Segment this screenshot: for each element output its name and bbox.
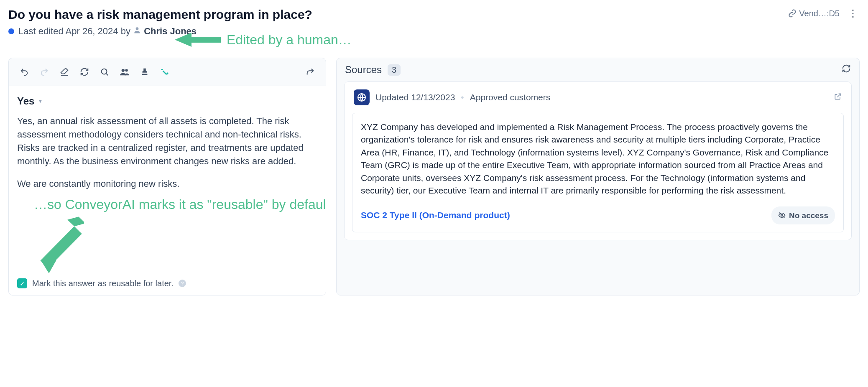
source-text: XYZ Company has developed and implemente…: [361, 121, 835, 197]
last-edited-row: Last edited Apr 26, 2024 by Chris Jones: [8, 26, 312, 37]
undo-button[interactable]: [15, 62, 34, 81]
reusable-label: Mark this answer as reusable for later.: [32, 279, 174, 288]
no-access-badge[interactable]: No access: [771, 206, 835, 225]
answer-value: Yes: [17, 95, 34, 107]
assign-button[interactable]: [115, 62, 134, 81]
by-text: by: [118, 26, 133, 36]
annotation-arrow-down-icon: [34, 215, 84, 273]
status-dot: [8, 28, 14, 34]
svg-marker-7: [40, 215, 84, 272]
more-menu-button[interactable]: ⋮: [846, 8, 860, 19]
last-edited-prefix: Last edited: [18, 26, 66, 36]
source-audience: Approved customers: [470, 92, 551, 102]
answer-p1: Yes, an annual risk assessment of all as…: [17, 115, 317, 168]
svg-point-4: [125, 69, 128, 71]
svg-marker-8: [41, 260, 56, 273]
magic-button[interactable]: [155, 62, 174, 81]
svg-point-0: [136, 27, 139, 30]
reusable-checkbox[interactable]: ✓: [17, 278, 27, 288]
share-button[interactable]: [301, 62, 320, 81]
answer-editor-panel: Yes ▼ Yes, an annual risk assessment of …: [8, 58, 326, 295]
page-title: Do you have a risk management program in…: [8, 8, 312, 22]
help-icon[interactable]: ?: [179, 280, 186, 287]
eye-off-icon: [778, 211, 786, 219]
redo-button: [35, 62, 54, 81]
last-edited-date: Apr 26, 2024: [66, 26, 118, 36]
no-access-label: No access: [789, 210, 828, 222]
svg-point-2: [102, 69, 107, 74]
dot-separator: •: [461, 92, 464, 102]
answer-body[interactable]: Yes, an annual risk assessment of all as…: [17, 115, 317, 199]
open-external-button[interactable]: [834, 92, 842, 103]
editor-toolbar: [9, 58, 326, 86]
sources-refresh-button[interactable]: [842, 64, 851, 76]
answer-dropdown[interactable]: Yes ▼: [17, 95, 317, 107]
source-link[interactable]: SOC 2 Type II (On-Demand product): [361, 209, 510, 222]
erase-button[interactable]: [55, 62, 74, 81]
answer-p2: We are constantly monitoring new risks.: [17, 177, 317, 191]
editor-name: Chris Jones: [144, 26, 197, 36]
source-logo-icon: [354, 89, 370, 105]
svg-point-3: [122, 69, 125, 72]
sources-count: 3: [388, 64, 401, 76]
source-card: Updated 12/13/2023 • Approved customers …: [344, 81, 852, 240]
refresh-button[interactable]: [75, 62, 94, 81]
link-icon: [788, 9, 797, 18]
chevron-down-icon: ▼: [38, 98, 43, 104]
search-button[interactable]: [95, 62, 114, 81]
sources-heading: Sources: [345, 64, 382, 76]
svg-rect-5: [142, 74, 148, 75]
sources-panel: Sources 3 Updated 12/13/2023 • Approved …: [336, 58, 860, 295]
svg-rect-6: [162, 70, 167, 75]
breadcrumb-link[interactable]: Vend…:D5: [788, 9, 840, 18]
source-updated: Updated 12/13/2023: [375, 92, 455, 102]
breadcrumb-text: Vend…:D5: [799, 9, 840, 18]
person-icon: [133, 26, 144, 36]
stamp-button[interactable]: [135, 62, 154, 81]
